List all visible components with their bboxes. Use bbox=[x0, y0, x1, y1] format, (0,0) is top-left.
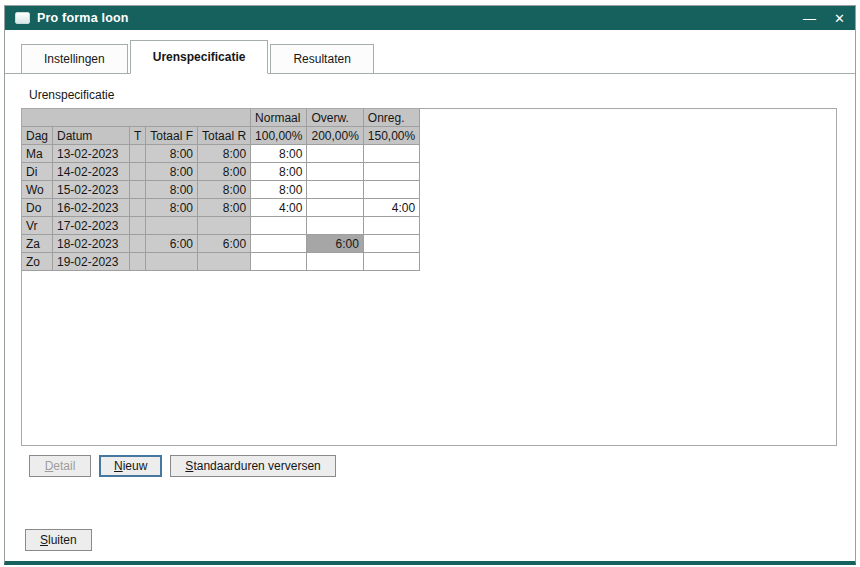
cell-dag[interactable]: Ma bbox=[22, 145, 53, 163]
cell-t[interactable] bbox=[130, 235, 146, 253]
cell-t[interactable] bbox=[130, 253, 146, 271]
cell-dag[interactable]: Di bbox=[22, 163, 53, 181]
cell-totaal-r[interactable] bbox=[198, 253, 251, 271]
cell-dag[interactable]: Vr bbox=[22, 217, 53, 235]
cell-dag[interactable]: Do bbox=[22, 199, 53, 217]
window-icon bbox=[15, 12, 30, 24]
cell-datum[interactable]: 17-02-2023 bbox=[53, 217, 130, 235]
cell-totaal-f[interactable]: 8:00 bbox=[146, 145, 198, 163]
group-header-onreg: Onreg. bbox=[363, 109, 419, 127]
cell-normaal[interactable]: 8:00 bbox=[251, 181, 307, 199]
cell-normaal[interactable]: 8:00 bbox=[251, 163, 307, 181]
cell-totaal-r[interactable] bbox=[198, 217, 251, 235]
cell-normaal[interactable] bbox=[251, 235, 307, 253]
cell-onreg[interactable]: 4:00 bbox=[363, 199, 419, 217]
section-title: Urenspecificatie bbox=[29, 88, 839, 102]
cell-totaal-f[interactable] bbox=[146, 253, 198, 271]
bottom-button-row: Sluiten bbox=[25, 529, 92, 551]
minimize-icon[interactable]: — bbox=[803, 12, 816, 25]
cell-datum[interactable]: 15-02-2023 bbox=[53, 181, 130, 199]
cell-t[interactable] bbox=[130, 145, 146, 163]
cell-overw[interactable] bbox=[307, 145, 363, 163]
mnemonic: N bbox=[114, 459, 123, 473]
cell-overw[interactable] bbox=[307, 163, 363, 181]
row-vr[interactable]: Vr 17-02-2023 bbox=[22, 217, 420, 235]
row-zo[interactable]: Zo 19-02-2023 bbox=[22, 253, 420, 271]
window-title: Pro forma loon bbox=[37, 11, 129, 25]
titlebar[interactable]: Pro forma loon — ✕ bbox=[5, 6, 855, 30]
grid-button-row: Detail Nieuw Standaarduren verversen bbox=[29, 455, 839, 477]
cell-totaal-f[interactable]: 6:00 bbox=[146, 235, 198, 253]
cell-t[interactable] bbox=[130, 199, 146, 217]
cell-t[interactable] bbox=[130, 217, 146, 235]
tab-label: Resultaten bbox=[293, 52, 350, 66]
cell-normaal[interactable] bbox=[251, 253, 307, 271]
row-wo[interactable]: Wo 15-02-2023 8:00 8:00 8:00 bbox=[22, 181, 420, 199]
hours-grid-container: Normaal Overw. Onreg. Dag Datum T Totaal… bbox=[21, 108, 837, 446]
cell-normaal[interactable]: 8:00 bbox=[251, 145, 307, 163]
col-header-overw-pct: 200,00% bbox=[307, 127, 363, 145]
cell-onreg[interactable] bbox=[363, 235, 419, 253]
tab-label: Instellingen bbox=[44, 52, 105, 66]
tab-urenspecificatie[interactable]: Urenspecificatie bbox=[130, 40, 269, 74]
col-header-onreg-pct: 150,00% bbox=[363, 127, 419, 145]
cell-datum[interactable]: 16-02-2023 bbox=[53, 199, 130, 217]
group-header-blank bbox=[22, 109, 251, 127]
cell-overw[interactable] bbox=[307, 217, 363, 235]
button-label: ieuw bbox=[123, 459, 148, 473]
tab-resultaten[interactable]: Resultaten bbox=[270, 44, 373, 74]
cell-overw[interactable] bbox=[307, 253, 363, 271]
cell-normaal[interactable]: 4:00 bbox=[251, 199, 307, 217]
col-header-t: T bbox=[130, 127, 146, 145]
row-di[interactable]: Di 14-02-2023 8:00 8:00 8:00 bbox=[22, 163, 420, 181]
cell-totaal-r[interactable]: 8:00 bbox=[198, 199, 251, 217]
cell-onreg[interactable] bbox=[363, 145, 419, 163]
row-za[interactable]: Za 18-02-2023 6:00 6:00 6:00 bbox=[22, 235, 420, 253]
button-label: tandaarduren verversen bbox=[193, 459, 320, 473]
nieuw-button[interactable]: Nieuw bbox=[99, 455, 162, 477]
cell-onreg[interactable] bbox=[363, 217, 419, 235]
cell-datum[interactable]: 14-02-2023 bbox=[53, 163, 130, 181]
close-icon[interactable]: ✕ bbox=[834, 12, 845, 25]
tab-label: Urenspecificatie bbox=[153, 50, 246, 64]
cell-totaal-f[interactable]: 8:00 bbox=[146, 163, 198, 181]
row-ma[interactable]: Ma 13-02-2023 8:00 8:00 8:00 bbox=[22, 145, 420, 163]
cell-datum[interactable]: 19-02-2023 bbox=[53, 253, 130, 271]
sluiten-button[interactable]: Sluiten bbox=[25, 529, 92, 551]
cell-totaal-f[interactable] bbox=[146, 217, 198, 235]
cell-totaal-f[interactable]: 8:00 bbox=[146, 181, 198, 199]
cell-totaal-r[interactable]: 6:00 bbox=[198, 235, 251, 253]
cell-totaal-r[interactable]: 8:00 bbox=[198, 163, 251, 181]
cell-t[interactable] bbox=[130, 163, 146, 181]
cell-onreg[interactable] bbox=[363, 163, 419, 181]
cell-datum[interactable]: 18-02-2023 bbox=[53, 235, 130, 253]
tab-panel: Urenspecificatie Normaal Overw. Onreg. bbox=[5, 74, 855, 477]
cell-onreg[interactable] bbox=[363, 181, 419, 199]
titlebar-controls: — ✕ bbox=[803, 12, 845, 25]
detail-button[interactable]: Detail bbox=[29, 455, 91, 477]
cell-totaal-r[interactable]: 8:00 bbox=[198, 181, 251, 199]
cell-overw[interactable] bbox=[307, 181, 363, 199]
pro-forma-loon-window: Pro forma loon — ✕ Instellingen Urenspec… bbox=[4, 5, 856, 565]
button-label: etail bbox=[53, 459, 75, 473]
cell-dag[interactable]: Wo bbox=[22, 181, 53, 199]
col-header-totaal-r: Totaal R bbox=[198, 127, 251, 145]
column-header-row: Dag Datum T Totaal F Totaal R 100,00% 20… bbox=[22, 127, 420, 145]
cell-totaal-r[interactable]: 8:00 bbox=[198, 145, 251, 163]
col-header-totaal-f: Totaal F bbox=[146, 127, 198, 145]
row-do[interactable]: Do 16-02-2023 8:00 8:00 4:00 4:00 bbox=[22, 199, 420, 217]
button-label: luiten bbox=[48, 533, 77, 547]
cell-dag[interactable]: Za bbox=[22, 235, 53, 253]
cell-overw[interactable] bbox=[307, 199, 363, 217]
cell-totaal-f[interactable]: 8:00 bbox=[146, 199, 198, 217]
cell-normaal[interactable] bbox=[251, 217, 307, 235]
mnemonic: S bbox=[40, 533, 48, 547]
tab-instellingen[interactable]: Instellingen bbox=[21, 44, 128, 74]
cell-onreg[interactable] bbox=[363, 253, 419, 271]
cell-dag[interactable]: Zo bbox=[22, 253, 53, 271]
selected-cell[interactable]: 6:00 bbox=[307, 235, 363, 253]
cell-t[interactable] bbox=[130, 181, 146, 199]
cell-datum[interactable]: 13-02-2023 bbox=[53, 145, 130, 163]
col-header-normaal-pct: 100,00% bbox=[251, 127, 307, 145]
standaarduren-verversen-button[interactable]: Standaarduren verversen bbox=[170, 455, 335, 477]
